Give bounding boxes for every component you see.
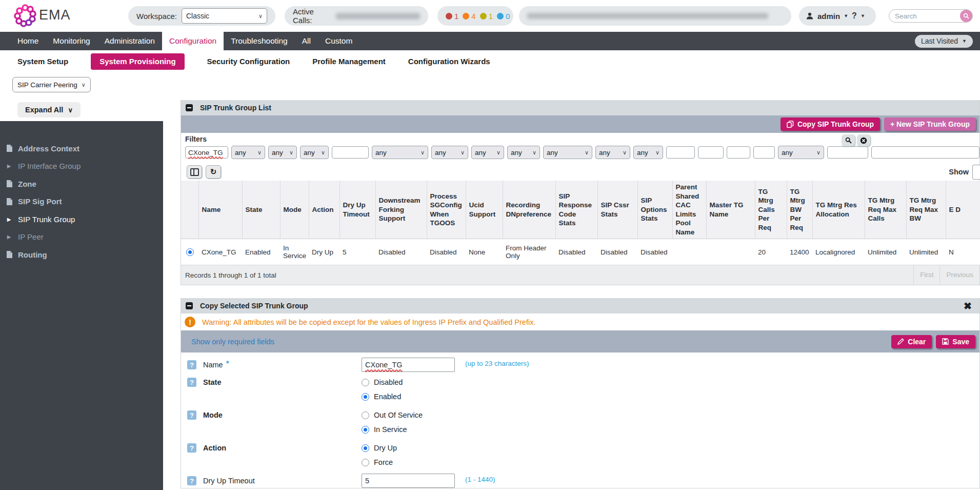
nav-item-custom[interactable]: Custom (318, 32, 359, 50)
expand-all-button[interactable]: Expand All ∨ (17, 102, 81, 117)
radio[interactable] (362, 459, 369, 466)
filter-timeout-input[interactable] (332, 146, 369, 159)
action-option-dry-up[interactable]: Dry Up (362, 441, 397, 455)
col-process-sgconfig[interactable]: Process SGConfig When TGOOS (427, 181, 466, 239)
nav-item-all[interactable]: All (295, 32, 318, 50)
filter-select[interactable]: any∨ (507, 146, 540, 159)
filter-select[interactable]: any∨ (778, 146, 824, 159)
save-button[interactable]: Save (936, 335, 975, 348)
nav-item-administration[interactable]: Administration (97, 32, 162, 50)
state-option-disabled[interactable]: Disabled (362, 375, 403, 389)
mode-option-in-service[interactable]: In Service (362, 422, 423, 437)
col-action[interactable]: Action (309, 181, 339, 239)
col-downstream-forking[interactable]: Downstream Forking Support (375, 181, 427, 239)
filter-select[interactable]: any∨ (633, 146, 663, 159)
sidebar-item-ip-interface-group[interactable]: ▶ IP Interface Group (0, 158, 163, 175)
filter-state-select[interactable]: any∨ (231, 146, 265, 159)
col-master-tg-name[interactable]: Master TG Name (706, 181, 755, 239)
table-row[interactable]: CXone_TG Enabled In Service Dry Up 5 Dis… (181, 239, 980, 265)
row-radio[interactable] (186, 248, 194, 256)
help-icon[interactable]: ? (187, 360, 196, 369)
clear-filter-button[interactable] (857, 134, 870, 146)
sidebar-item-ip-peer[interactable]: ▶ IP Peer (0, 228, 163, 246)
radio[interactable] (362, 411, 369, 419)
mode-option-out-of-service[interactable]: Out Of Service (362, 408, 423, 422)
col-parent-shared-cac[interactable]: Parent Shared CAC Limits Pool Name (672, 181, 706, 239)
filter-select[interactable]: any∨ (595, 146, 630, 159)
help-icon[interactable]: ? (187, 410, 196, 420)
col-sip-options-stats[interactable]: SIP Options Stats (637, 181, 672, 239)
pager-first[interactable]: First (913, 265, 939, 285)
tab-profile-management[interactable]: Profile Management (312, 53, 386, 70)
help-icon[interactable]: ? (187, 378, 196, 387)
filter-name-input[interactable]: CXone_TG (185, 146, 228, 159)
sidebar-item-address-context[interactable]: Address Context (0, 140, 163, 158)
filter-input[interactable] (727, 146, 750, 159)
clear-button[interactable]: Clear (891, 335, 932, 348)
action-option-force[interactable]: Force (362, 455, 397, 469)
tab-configuration-wizards[interactable]: Configuration Wizards (408, 53, 490, 70)
sidebar-item-sip-trunk-group[interactable]: ▶ SIP Trunk Group (0, 210, 163, 228)
radio[interactable] (362, 393, 369, 401)
col-tg-mtrg-res-allocation[interactable]: TG Mtrg Res Allocation (812, 181, 865, 239)
sidebar-item-routing[interactable]: Routing (0, 246, 163, 264)
col-ucid-support[interactable]: Ucid Support (466, 181, 503, 239)
col-truncated[interactable]: E D (946, 181, 980, 239)
col-tg-mtrg-req-max-calls[interactable]: TG Mtrg Req Max Calls (865, 181, 906, 239)
sidebar-item-sip-sig-port[interactable]: SIP Sig Port (0, 193, 163, 211)
workspace-select[interactable]: Classic ∨ (182, 8, 267, 24)
search-button[interactable] (960, 10, 972, 22)
col-tg-mtrg-bw-per-req[interactable]: TG Mtrg BW Per Req (787, 181, 812, 239)
filter-select[interactable]: any∨ (471, 146, 504, 159)
refresh-button[interactable]: ↻ (206, 165, 221, 179)
filter-mode-select[interactable]: any∨ (268, 146, 297, 159)
filter-input[interactable] (753, 146, 775, 159)
help-icon[interactable]: ? (187, 476, 196, 485)
radio[interactable] (362, 379, 369, 386)
nav-item-configuration[interactable]: Configuration (162, 32, 224, 50)
col-tg-mtrg-req-max-bw[interactable]: TG Mtrg Req Max BW (906, 181, 946, 239)
help-icon[interactable]: ? (187, 443, 196, 453)
nav-item-troubleshooting[interactable]: Troubleshooting (224, 32, 295, 50)
nav-item-monitoring[interactable]: Monitoring (46, 32, 97, 50)
collapse-icon[interactable] (186, 104, 193, 111)
sidebar-item-zone[interactable]: Zone (0, 175, 163, 193)
col-name[interactable]: Name (198, 181, 242, 239)
radio[interactable] (362, 444, 369, 452)
new-sip-trunk-group-button[interactable]: + New SIP Trunk Group (884, 117, 976, 131)
filter-select[interactable]: any∨ (431, 146, 468, 159)
filter-input[interactable] (871, 146, 979, 159)
col-state[interactable]: State (242, 181, 280, 239)
column-chooser-button[interactable] (187, 165, 202, 179)
category-select[interactable]: SIP Carrier Peering ∨ (12, 77, 91, 92)
show-required-fields-link[interactable]: Show only required fields (191, 338, 274, 346)
filter-select[interactable]: any∨ (372, 146, 428, 159)
help-menu[interactable]: ? (852, 11, 857, 21)
dry-up-timeout-input[interactable]: 5 (362, 474, 455, 488)
apply-filter-button[interactable] (842, 134, 855, 146)
col-sip-response-code-stats[interactable]: SIP Response Code Stats (555, 181, 597, 239)
filter-action-select[interactable]: any∨ (300, 146, 329, 159)
user-menu[interactable]: admin ▼ ? ▼ (799, 6, 876, 26)
col-mode[interactable]: Mode (280, 181, 309, 239)
filter-input[interactable] (827, 146, 868, 159)
copy-sip-trunk-group-button[interactable]: Copy SIP Trunk Group (781, 117, 880, 131)
tab-system-setup[interactable]: System Setup (17, 53, 68, 70)
tab-system-provisioning[interactable]: System Provisioning (91, 53, 184, 70)
last-visited-dropdown[interactable]: Last Visited ▼ (915, 35, 973, 48)
col-recording-dnpreference[interactable]: Recording DNpreference (503, 181, 555, 239)
col-sip-cssr-stats[interactable]: SIP Cssr Stats (597, 181, 637, 239)
close-icon[interactable]: ✖ (964, 301, 975, 311)
filter-input[interactable] (698, 146, 724, 159)
tab-security-configuration[interactable]: Security Configuration (207, 53, 290, 70)
filter-input[interactable] (666, 146, 695, 159)
state-option-enabled[interactable]: Enabled (362, 389, 403, 404)
page-size-select[interactable] (972, 165, 980, 180)
pager-previous[interactable]: Previous (939, 265, 979, 285)
name-input[interactable]: CXone_TG (362, 358, 455, 372)
filter-select[interactable]: any∨ (543, 146, 592, 159)
radio[interactable] (362, 426, 369, 434)
nav-item-home[interactable]: Home (10, 32, 46, 50)
col-tg-mtrg-calls-per-req[interactable]: TG Mtrg Calls Per Req (755, 181, 787, 239)
col-dry-up-timeout[interactable]: Dry Up Timeout (339, 181, 375, 239)
